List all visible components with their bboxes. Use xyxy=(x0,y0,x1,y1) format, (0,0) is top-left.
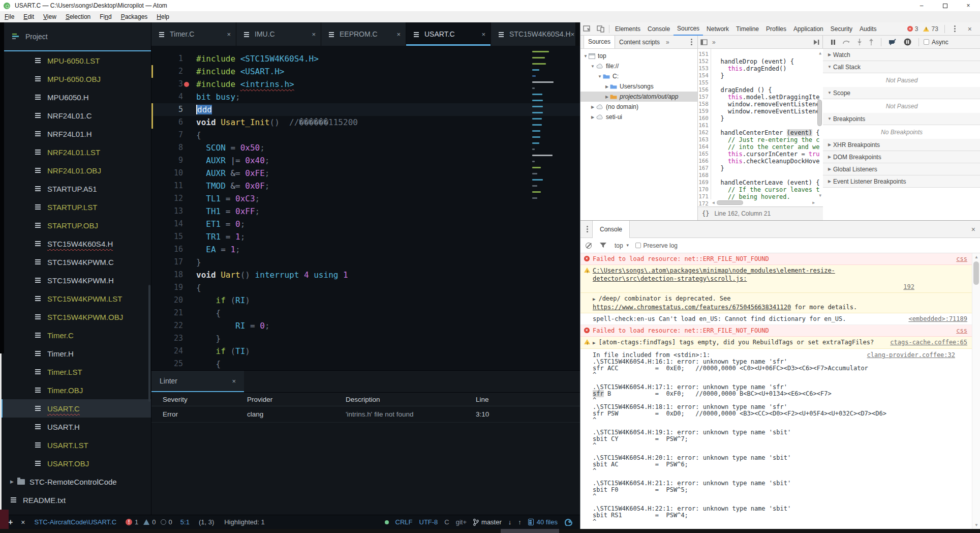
tree-item-readme-txt[interactable]: README.txt xyxy=(0,491,151,509)
more-tabs-icon[interactable]: » xyxy=(664,39,671,46)
changed-files[interactable]: 40 files xyxy=(528,518,558,526)
console-message[interactable]: C:\Users\songs\.atom\packages\minimap\no… xyxy=(580,265,980,293)
sidebar-section-watch[interactable]: ▶Watch xyxy=(823,49,980,61)
close-button[interactable]: × xyxy=(957,0,980,11)
editor-line[interactable]: 6void Usart_Init() //������115200 xyxy=(151,116,580,129)
expand-icon[interactable]: ▶ xyxy=(593,297,595,302)
menu-view[interactable]: View xyxy=(39,11,61,22)
tree-item-startup-a51[interactable]: STARTUP.A51 xyxy=(0,180,151,198)
close-icon[interactable]: × xyxy=(21,518,25,526)
tree-item-stc15w4k60s4-h[interactable]: STC15W4K60S4.H xyxy=(0,234,151,253)
tree-item-stc15w4kpwm-obj[interactable]: STC15W4KPWM.OBJ xyxy=(0,308,151,326)
console-source-link[interactable]: css xyxy=(956,327,967,335)
git-status[interactable]: git+ xyxy=(456,518,467,526)
editor-line[interactable]: 25 { xyxy=(151,358,580,370)
chevron-right-icon[interactable]: ▶ xyxy=(590,105,596,109)
devtools-tab-console[interactable]: Console xyxy=(644,22,673,36)
linter-column-severity[interactable]: Severity xyxy=(151,396,247,403)
devtools-tab-sources[interactable]: Sources xyxy=(673,22,703,36)
tree-item-timer-obj[interactable]: Timer.OBJ xyxy=(0,381,151,399)
tree-item-stc15w4kpwm-lst[interactable]: STC15W4KPWM.LST xyxy=(0,289,151,308)
linter-row[interactable]: Errorclang'intrins.h' file not found3:10 xyxy=(151,406,580,423)
devtools-close-icon[interactable]: × xyxy=(963,25,977,33)
tree-item-nrf24l01-obj[interactable]: NRF24L01.OBJ xyxy=(0,161,151,180)
menu-selection[interactable]: Selection xyxy=(61,11,95,22)
menu-edit[interactable]: Edit xyxy=(19,11,39,22)
chevron-down-icon[interactable]: ▼ xyxy=(597,74,603,79)
console-message[interactable]: ▶/deep/ combinator is deprecated. See ht… xyxy=(580,293,980,313)
console-source-link[interactable]: ctags-cache.coffee:65 xyxy=(890,338,967,346)
warning-badge-icon[interactable] xyxy=(923,26,929,32)
editor-line[interactable]: 4bit busy; xyxy=(151,91,580,103)
chevron-right-icon[interactable]: ▶ xyxy=(604,95,610,99)
tab-console[interactable]: Console xyxy=(592,221,630,238)
tree-item-usart-h[interactable]: USART.H xyxy=(0,418,151,436)
tree-item-usart-c[interactable]: USART.C xyxy=(0,399,151,418)
preserve-log-toggle[interactable]: Preserve log xyxy=(635,242,678,249)
tree-item-mpu-6050-obj[interactable]: MPU-6050.OBJ xyxy=(0,70,151,88)
editor-tab-usart-c[interactable]: USART.C× xyxy=(406,22,491,46)
editor-line[interactable]: 5ddd xyxy=(151,103,580,116)
devtools-tab-audits[interactable]: Audits xyxy=(856,22,880,36)
sidebar-section-dom-breakpoints[interactable]: ▶DOM Breakpoints xyxy=(823,151,980,163)
add-project-folder-button[interactable]: + xyxy=(8,518,13,527)
cursor-position[interactable]: 5:1 xyxy=(180,518,190,526)
editor-line[interactable]: 24 if (TI) xyxy=(151,345,580,358)
editor-line[interactable]: 9 AUXR |= 0x40; xyxy=(151,154,580,167)
hide-navigator-icon[interactable] xyxy=(700,39,708,45)
linter-column-line[interactable]: Line xyxy=(476,396,580,403)
editor-line[interactable]: 16 EA = 1; xyxy=(151,243,580,256)
console-source-link[interactable]: css xyxy=(956,255,967,263)
console-source-link[interactable]: <embedded>:71189 xyxy=(908,315,967,323)
close-icon[interactable]: × xyxy=(227,31,231,38)
more-source-tabs-icon[interactable]: » xyxy=(710,39,718,46)
tab-sources-files[interactable]: Sources xyxy=(584,36,615,48)
editor-tab-imu-c[interactable]: IMU.C× xyxy=(236,22,321,46)
sidebar-section-event-listener-breakpoints[interactable]: ▶Event Listener Breakpoints xyxy=(823,175,980,188)
devtools-tab-application[interactable]: Application xyxy=(790,22,827,36)
navigator-item-file-[interactable]: ▼file:// xyxy=(580,61,697,71)
linter-warning-badge-icon[interactable] xyxy=(143,519,149,525)
close-icon[interactable]: × xyxy=(571,31,575,38)
sidebar-section-call-stack[interactable]: ▼Call Stack xyxy=(823,61,980,73)
sidebar-section-xhr-breakpoints[interactable]: ▶XHR Breakpoints xyxy=(823,139,980,151)
sidebar-section-global-listeners[interactable]: ▶Global Listeners xyxy=(823,163,980,175)
sidebar-section-scope[interactable]: ▼Scope xyxy=(823,87,980,99)
scroll-down-icon[interactable]: ▼ xyxy=(974,523,978,527)
deactivate-breakpoints-icon[interactable] xyxy=(889,39,897,45)
console-message[interactable]: ×Failed to load resource: net::ERR_FILE_… xyxy=(580,325,980,337)
editor-line[interactable]: 21 { xyxy=(151,307,580,319)
linter-column-description[interactable]: Description xyxy=(346,396,476,403)
editor-line[interactable]: 15 TR1 = 1; xyxy=(151,230,580,243)
close-icon[interactable]: × xyxy=(312,31,316,38)
line-ending-selector[interactable]: CRLF xyxy=(395,518,413,526)
chevron-right-icon[interactable]: ▶ xyxy=(590,115,596,120)
tree-item-mpu6050-h[interactable]: MPU6050.H xyxy=(0,88,151,106)
menu-find[interactable]: Find xyxy=(95,11,116,22)
navigator-item-projects-atom-out-app[interactable]: ▶projects/atom/out/app xyxy=(580,92,697,102)
chevron-down-icon[interactable]: ▼ xyxy=(590,64,596,69)
chevron-down-icon[interactable]: ▼ xyxy=(583,54,589,58)
tree-item-nrf24l01-h[interactable]: NRF24L01.H xyxy=(0,125,151,143)
editor-line[interactable]: 19{ xyxy=(151,281,580,294)
source-vertical-scrollbar[interactable] xyxy=(817,100,822,126)
show-debugger-sidebar-icon[interactable] xyxy=(813,39,820,45)
linter-info-badge-icon[interactable] xyxy=(161,519,166,525)
tree-item-timer-h[interactable]: Timer.H xyxy=(0,344,151,363)
console-message[interactable]: spell-check:en-us Can't load en_US: Cann… xyxy=(580,313,980,325)
console-message[interactable]: ▶[atom-ctags:findTags] tags empty, did y… xyxy=(580,337,980,349)
console-message[interactable]: In file included from <stdin>:1:clang-pr… xyxy=(580,349,980,529)
step-out-icon[interactable] xyxy=(869,39,874,45)
editor-line[interactable]: 18void Uart() interrupt 4 using 1 xyxy=(151,269,580,281)
inspect-element-icon[interactable] xyxy=(583,25,592,33)
tab-linter[interactable]: Linter × xyxy=(151,371,244,392)
git-pull-icon[interactable]: ↓ xyxy=(508,518,512,526)
step-over-icon[interactable] xyxy=(842,39,850,45)
console-source-link[interactable]: clang-provider.coffee:32 xyxy=(867,352,955,359)
clear-console-icon[interactable] xyxy=(586,243,592,249)
devtools-tab-timeline[interactable]: Timeline xyxy=(732,22,762,36)
close-icon[interactable]: × xyxy=(232,377,236,385)
scroll-up-icon[interactable]: ▲ xyxy=(974,255,978,259)
editor-line[interactable]: 8 SCON = 0x50; xyxy=(151,141,580,154)
navigator-menu-icon[interactable] xyxy=(691,39,692,40)
